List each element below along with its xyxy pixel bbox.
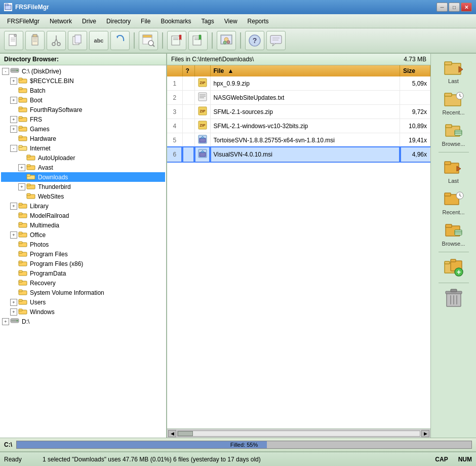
folder-icon <box>18 298 27 306</box>
rp-browse-dest-label: Browse... <box>442 241 465 247</box>
tree-item[interactable]: +Thunderbird <box>1 182 165 191</box>
hscroll-track[interactable] <box>177 431 420 437</box>
file-table-wrap[interactable]: ? File ▲ Size 1 ZIP hpx_0.9.9.zip 5,09x … <box>167 65 430 429</box>
tree-item[interactable]: Photos <box>1 240 165 249</box>
close-button[interactable]: ✕ <box>461 3 472 12</box>
undo-button[interactable] <box>110 31 130 50</box>
svg-rect-91 <box>19 299 22 301</box>
dir-tree[interactable]: -C:\ (DiskDrive)+$RECYCLE.BINBatch+BootF… <box>0 65 166 438</box>
menu-item-file[interactable]: File <box>136 16 155 26</box>
rp-copy-button[interactable]: + <box>434 255 473 280</box>
find-button[interactable] <box>139 31 158 50</box>
folder-icon <box>26 192 35 201</box>
comment-button[interactable] <box>266 31 286 50</box>
svg-rect-71 <box>19 203 22 205</box>
new-button[interactable] <box>4 31 23 50</box>
tree-item[interactable]: WebSites <box>1 191 165 201</box>
tree-item[interactable]: Batch <box>1 86 165 95</box>
file-type-icon <box>194 91 210 105</box>
menu-item-bookmarks[interactable]: Bookmarks <box>155 16 196 26</box>
tree-item[interactable]: ModelRailroad <box>1 211 165 220</box>
table-row[interactable]: 4 ZIP SFML-2.1-windows-vc10-32bits.zip 1… <box>167 119 430 133</box>
tree-item[interactable]: Recovery <box>1 278 165 288</box>
table-row[interactable]: 3 ZIP SFML-2.1-sources.zip 9,72x <box>167 105 430 119</box>
view-button[interactable] <box>217 31 236 50</box>
tree-item[interactable]: +Boot <box>1 95 165 105</box>
menu-item-drive[interactable]: Drive <box>77 16 101 26</box>
hscroll-left[interactable]: ◀ <box>168 430 176 437</box>
menu-item-reports[interactable]: Reports <box>243 16 274 26</box>
col-flag[interactable]: ? <box>182 65 194 76</box>
tree-item[interactable]: +Office <box>1 230 165 240</box>
clipboard-button[interactable] <box>25 31 45 50</box>
help-button[interactable]: ? <box>245 31 264 50</box>
file-header-bar: Files in C:\Internet\Downloads\ 4.73 MB <box>167 54 430 65</box>
hscroll-bar[interactable]: ◀ ▶ <box>167 429 430 438</box>
tree-expander[interactable]: + <box>18 183 25 190</box>
tree-item[interactable]: Program Files (x86) <box>1 259 165 268</box>
menu-item-view[interactable]: View <box>219 16 243 26</box>
table-row[interactable]: 5 TortoiseSVN-1.8.8.25755-x64-svn-1.8.10… <box>167 133 430 147</box>
table-row[interactable]: 1 ZIP hpx_0.9.9.zip 5,09x <box>167 76 430 91</box>
cut-button[interactable] <box>47 31 66 50</box>
tree-expander[interactable]: + <box>10 308 17 316</box>
tree-item[interactable]: +Avast <box>1 163 165 172</box>
tree-item[interactable]: Multimedia <box>1 220 165 230</box>
tree-item[interactable]: FourthRaySoftware <box>1 105 165 114</box>
tree-item[interactable]: +Library <box>1 201 165 211</box>
rp-browse-dest[interactable]: Browse... <box>434 218 473 249</box>
hscroll-right[interactable]: ▶ <box>421 430 429 437</box>
tree-item[interactable]: Downloads <box>1 172 165 182</box>
col-file[interactable]: File ▲ <box>210 65 400 76</box>
rp-recent-source[interactable]: Recent... <box>434 87 473 118</box>
bookmark2-button[interactable] <box>188 31 208 50</box>
tree-item[interactable]: Hardware <box>1 134 165 143</box>
tree-expander[interactable]: - <box>10 145 17 152</box>
tree-expander[interactable]: + <box>10 126 17 133</box>
tree-item[interactable]: +$RECYCLE.BIN <box>1 76 165 86</box>
rp-last-dest[interactable]: Last <box>434 156 473 186</box>
tree-item[interactable]: -Internet <box>1 143 165 153</box>
tree-expander[interactable]: + <box>2 318 9 325</box>
svg-line-13 <box>55 39 56 43</box>
tree-item[interactable]: AutoUploader <box>1 153 165 163</box>
svg-rect-47 <box>19 88 22 90</box>
svg-rect-81 <box>19 251 22 253</box>
file-name: hpx_0.9.9.zip <box>210 76 400 91</box>
tree-item[interactable]: +D:\ <box>1 317 165 326</box>
tree-expander[interactable]: + <box>10 231 17 239</box>
rename-button[interactable]: abc <box>89 31 108 50</box>
rp-recent-dest[interactable]: Recent... <box>434 187 473 217</box>
rp-browse-source[interactable]: Browse... <box>434 119 473 149</box>
folder-recent-dest-icon <box>442 189 465 209</box>
tree-item[interactable]: Program Files <box>1 249 165 259</box>
tree-expander[interactable]: + <box>18 164 25 171</box>
tree-item[interactable]: +Users <box>1 297 165 307</box>
table-row[interactable]: 6 VisualSVN-4.0.10.msi 4,96x <box>167 147 430 162</box>
copy-button[interactable] <box>68 31 87 50</box>
tree-item[interactable]: ProgramData <box>1 268 165 278</box>
maximize-button[interactable]: □ <box>449 3 460 12</box>
bookmark1-button[interactable] <box>167 31 186 50</box>
col-size[interactable]: Size <box>400 65 430 76</box>
menu-item-network[interactable]: Network <box>45 16 77 26</box>
menu-item-frsfilemgr[interactable]: FRSFileMgr <box>2 16 45 26</box>
tree-expander[interactable]: + <box>10 299 17 306</box>
menu-item-tags[interactable]: Tags <box>196 16 219 26</box>
rp-delete-button[interactable] <box>434 286 473 310</box>
rp-last-source[interactable]: Last <box>434 56 473 86</box>
tree-expander[interactable]: - <box>2 68 9 75</box>
tree-expander[interactable]: + <box>10 116 17 123</box>
tree-item[interactable]: +Windows <box>1 307 165 317</box>
tree-item[interactable]: +Games <box>1 124 165 134</box>
tree-expander[interactable]: + <box>10 203 17 210</box>
tree-expander[interactable]: + <box>10 77 17 85</box>
tree-expander[interactable]: + <box>10 97 17 104</box>
hscroll-thumb[interactable] <box>178 431 193 436</box>
tree-item[interactable]: +FRS <box>1 114 165 124</box>
minimize-button[interactable]: ─ <box>437 3 448 12</box>
table-row[interactable]: 2 NASGWebSiteUpdates.txt <box>167 91 430 105</box>
tree-item[interactable]: System Volume Information <box>1 288 165 297</box>
menu-item-directory[interactable]: Directory <box>101 16 136 26</box>
tree-item[interactable]: -C:\ (DiskDrive) <box>1 66 165 76</box>
